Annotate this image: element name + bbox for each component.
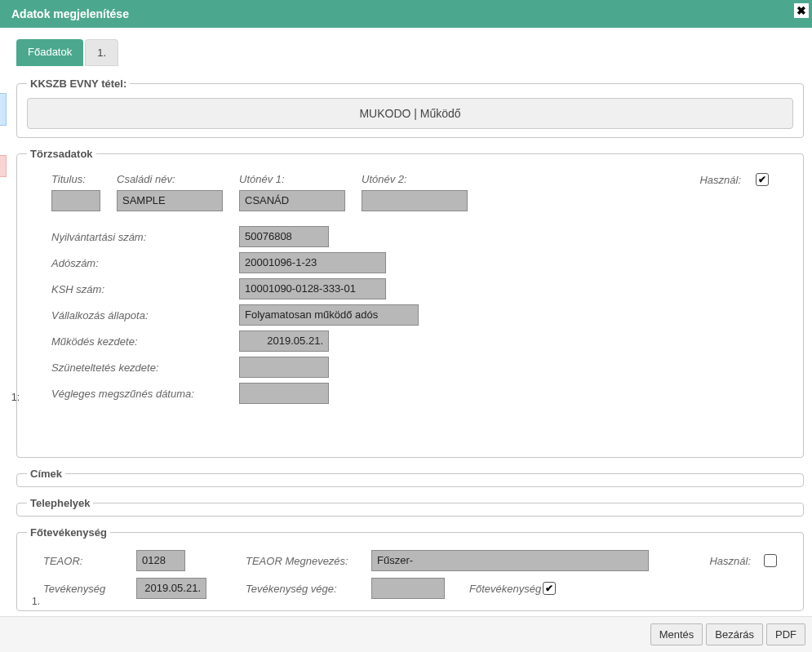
label-titulus: Titulus: (51, 173, 100, 185)
field-nyilv: 50076808 (239, 226, 329, 247)
label-fotev: Főtevékenység (469, 583, 541, 595)
field-mukodes-kezd: 2019.05.21. (239, 330, 329, 352)
label-fotev-hasznal: Használ: (709, 555, 751, 567)
label-utonev2: Utónév 2: (362, 173, 468, 185)
label-hasznal: Használ: (699, 174, 741, 186)
content-scroll[interactable]: Főadatok 1. KKSZB EVNY tétel: MUKODO | M… (0, 28, 812, 616)
legend-telephelyek: Telephelyek (27, 497, 93, 509)
checkbox-fotev[interactable]: ✔ (543, 582, 556, 595)
fieldset-torzsadatok: Törzsadatok Titulus: Családi név: SAMPLE… (16, 148, 804, 458)
field-tev-vege (371, 578, 445, 599)
close-button[interactable]: Bezárás (706, 623, 763, 645)
field-ksh: 10001090-0128-333-01 (239, 278, 386, 299)
fieldset-fotevekenyseg: Főtevékenység TEAOR: 0128 TEAOR Megnevez… (16, 526, 804, 611)
label-utonev1: Utónév 1: (239, 173, 345, 185)
modal-header: Adatok megjelenítése ✖ (0, 0, 812, 28)
field-tev-kezd: 2019.05.21. (136, 578, 206, 599)
field-utonev1: CSANÁD (239, 190, 345, 211)
field-adoszam: 20001096-1-23 (239, 252, 386, 273)
legend-cimek: Címek (27, 468, 65, 480)
field-teaor-megn: Fűszer- (371, 550, 649, 571)
footer: Mentés Bezárás PDF (0, 616, 812, 652)
fieldset-telephelyek: Telephelyek (16, 497, 804, 517)
legend-fotevekenyseg: Főtevékenység (27, 526, 110, 539)
field-szunet (239, 357, 329, 378)
tab-1[interactable]: 1. (85, 39, 118, 66)
pdf-button[interactable]: PDF (766, 623, 805, 645)
label-ksh: KSH szám: (51, 283, 239, 295)
field-vegleges (239, 383, 329, 404)
row-marker-1: 1. (32, 596, 40, 607)
field-csaladi: SAMPLE (117, 190, 223, 211)
label-allapot: Vállalkozás állapota: (51, 309, 239, 322)
modal-title: Adatok megjelenítése (11, 7, 129, 20)
tab-foadatok[interactable]: Főadatok (16, 39, 83, 66)
label-vegleges: Végleges megszűnés dátuma: (51, 388, 239, 400)
close-icon[interactable]: ✖ (794, 3, 809, 18)
tabs: Főadatok 1. (16, 39, 804, 66)
label-teaor-megn: TEAOR Megnevezés: (246, 555, 360, 567)
legend-kkszb: KKSZB EVNY tétel: (27, 78, 130, 90)
field-allapot: Folyamatosan működő adós (239, 304, 419, 326)
checkbox-fotev-hasznal[interactable] (764, 554, 777, 567)
label-nyilv: Nyilvántartási szám: (51, 231, 239, 243)
label-teaor: TEAOR: (43, 555, 125, 567)
kkszb-body: MUKODO | Működő (27, 98, 793, 129)
label-csaladi: Családi név: (117, 173, 223, 185)
field-titulus (51, 190, 100, 211)
label-tev-kezd: Tevékenység (43, 583, 125, 595)
field-utonev2 (362, 190, 468, 211)
label-adoszam: Adószám: (51, 257, 239, 269)
field-teaor: 0128 (136, 550, 185, 571)
fieldset-cimek: Címek (16, 468, 804, 487)
legend-torzsadatok: Törzsadatok (27, 148, 96, 160)
checkbox-hasznal[interactable]: ✔ (756, 173, 769, 186)
label-tev-vege: Tevékenység vége: (246, 583, 360, 595)
label-szunet: Szüneteltetés kezdete: (51, 361, 239, 374)
label-mukodes-kezd: Működés kezdete: (51, 335, 239, 348)
save-button[interactable]: Mentés (650, 623, 703, 645)
fieldset-kkszb: KKSZB EVNY tétel: MUKODO | Működő (16, 78, 804, 138)
